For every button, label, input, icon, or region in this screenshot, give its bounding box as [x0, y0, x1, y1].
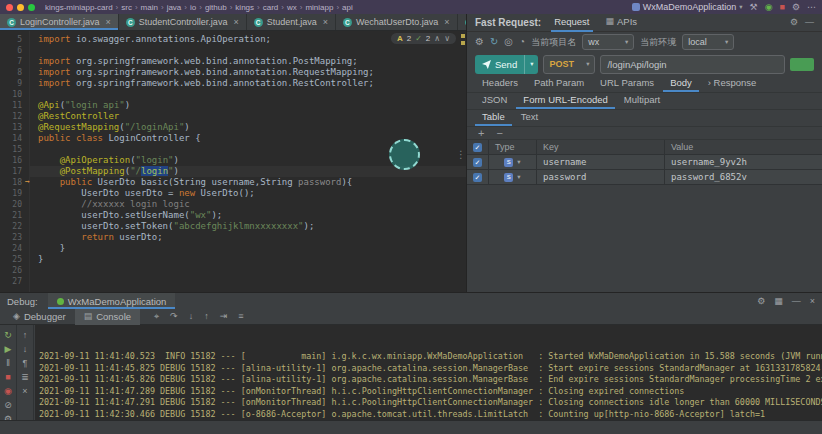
prev-warning-icon[interactable]: ∧	[434, 34, 440, 43]
row-checkbox[interactable]: ✓	[467, 155, 489, 169]
print-icon[interactable]: ≣	[21, 372, 29, 382]
build-hammer-icon[interactable]: ⚒	[750, 3, 758, 12]
key-cell[interactable]: password	[537, 170, 665, 184]
debug-session-tab[interactable]: WxMaDemoApplication	[48, 293, 176, 309]
tab-text[interactable]: Text	[514, 110, 545, 126]
debug-icon[interactable]: ◉	[765, 3, 773, 12]
close-window-button[interactable]	[6, 4, 13, 11]
refresh-icon[interactable]: ↻	[490, 37, 498, 47]
breadcrumb-item[interactable]: src	[121, 3, 132, 12]
breadcrumb-item[interactable]: wx	[287, 3, 297, 12]
resume-icon[interactable]: ▶	[5, 344, 12, 354]
tab-headers[interactable]: Headers	[475, 76, 525, 92]
close-icon[interactable]: ×	[106, 17, 111, 27]
view-breakpoints-icon[interactable]: ◉	[4, 386, 12, 396]
splitter-grip[interactable]: ⋮	[456, 149, 466, 160]
help-icon[interactable]: ◎	[504, 37, 513, 47]
row-checkbox[interactable]: ✓	[467, 170, 489, 184]
step-out-icon[interactable]: ↑	[204, 312, 209, 321]
tab-table[interactable]: Table	[475, 110, 512, 126]
stop-icon[interactable]: ■	[779, 3, 784, 12]
tab-console[interactable]: ▤Console	[75, 309, 140, 325]
remove-row-button[interactable]: −	[496, 127, 502, 139]
collapse-icon[interactable]: —	[805, 18, 814, 27]
bookmark-arrow-icon[interactable]: →	[25, 177, 30, 186]
soft-wrap-icon[interactable]: ¶	[23, 358, 28, 368]
scroll-top-icon[interactable]: ↑	[23, 330, 28, 340]
show-execution-point-icon[interactable]: ⌖	[154, 312, 159, 321]
settings-icon[interactable]: ⚙	[757, 297, 765, 306]
minimize-window-button[interactable]	[17, 4, 24, 11]
breadcrumb-item[interactable]: card	[263, 3, 279, 12]
tab-apis[interactable]: ▦APIs	[603, 14, 641, 32]
file-tab[interactable]: CUserDto.java×	[458, 14, 466, 30]
tab-body[interactable]: Body	[663, 76, 699, 92]
more-icon[interactable]: ⋯	[807, 3, 816, 12]
breadcrumb-item[interactable]: kings-miniapp-card	[45, 3, 113, 12]
console-output[interactable]: 2021-09-11 11:41:40.523 INFO 15182 --- […	[35, 325, 822, 420]
file-tab[interactable]: CStudent.java×	[247, 14, 336, 30]
next-warning-icon[interactable]: ∨	[444, 34, 450, 43]
close-icon[interactable]: ×	[323, 17, 328, 27]
tab-url-params[interactable]: URL Params	[593, 76, 661, 92]
method-select[interactable]: POST ▾	[543, 55, 595, 74]
file-tab[interactable]: CStudentController.java×	[119, 14, 247, 30]
url-input[interactable]: /loginApi/login	[600, 55, 785, 74]
send-button[interactable]: Send ▾	[475, 55, 538, 74]
minimize-icon[interactable]: —	[792, 297, 801, 306]
inspections-widget[interactable]: A 2 ✓ 2 ∧ ∨	[391, 33, 456, 44]
tab-form-url-encoded[interactable]: Form URL-Encoded	[516, 93, 614, 109]
type-select[interactable]: S▾	[489, 170, 537, 184]
breadcrumb-item[interactable]: miniapp	[305, 3, 333, 12]
settings-icon[interactable]: ⚙	[792, 3, 800, 12]
step-into-icon[interactable]: ↓	[189, 312, 194, 321]
layout-icon[interactable]: ▦	[774, 297, 783, 306]
rerun-icon[interactable]: ↻	[4, 330, 12, 340]
type-select[interactable]: S▾	[489, 155, 537, 169]
chevron-down-icon[interactable]: ▾	[525, 60, 538, 68]
value-cell[interactable]: username_9yv2h	[665, 155, 822, 169]
error-stripe-mark[interactable]	[461, 34, 465, 38]
breadcrumb-item[interactable]: main	[141, 3, 158, 12]
tab-path-param[interactable]: Path Param	[527, 76, 591, 92]
breadcrumb-item[interactable]: github	[205, 3, 227, 12]
file-tab[interactable]: CWechatUserDto.java×	[336, 14, 458, 30]
clear-icon[interactable]: ×	[22, 386, 27, 396]
scroll-bottom-icon[interactable]: ↓	[23, 344, 28, 354]
tab-multipart[interactable]: Multipart	[617, 93, 667, 109]
breadcrumb-item[interactable]: kings	[235, 3, 254, 12]
key-cell[interactable]: username	[537, 155, 665, 169]
stop-icon[interactable]: ■	[5, 372, 10, 382]
error-stripe-mark[interactable]	[461, 41, 465, 45]
step-over-icon[interactable]: ↷	[170, 312, 178, 321]
close-icon[interactable]: ×	[233, 17, 238, 27]
tab-debugger[interactable]: ◈Debugger	[4, 309, 75, 325]
value-cell[interactable]: password_6852v	[665, 170, 822, 184]
run-to-cursor-icon[interactable]: ⇥	[220, 312, 228, 321]
mute-breakpoints-icon[interactable]: ⊘	[4, 400, 12, 410]
pause-icon[interactable]: ‖	[6, 358, 10, 368]
breadcrumb-item[interactable]: api	[342, 3, 353, 12]
run-config-select[interactable]: WxMaDemoApplication ▾	[632, 2, 743, 12]
tab-request[interactable]: Request	[551, 14, 592, 32]
breadcrumb-item[interactable]: io	[190, 3, 196, 12]
header-checkbox[interactable]: ✓	[467, 140, 489, 154]
close-icon[interactable]: ×	[810, 297, 815, 306]
settings-icon[interactable]: ⚙	[475, 37, 484, 47]
code-editor[interactable]: import io.swagger.annotations.ApiOperati…	[0, 31, 466, 292]
project-select[interactable]: wx ▾	[582, 34, 634, 50]
file-tab[interactable]: CLoginController.java×	[0, 14, 119, 30]
zoom-window-button[interactable]	[28, 4, 35, 11]
env-select[interactable]: local ▾	[682, 34, 734, 50]
add-row-button[interactable]: +	[478, 127, 484, 139]
table-row[interactable]: ✓S▾passwordpassword_6852v	[467, 170, 822, 185]
tab--response[interactable]: › Response	[701, 76, 764, 92]
evaluate-icon[interactable]: ≡	[238, 312, 243, 321]
history-icon[interactable]: ◔	[519, 37, 525, 47]
tab-json[interactable]: JSON	[475, 93, 514, 109]
close-icon[interactable]: ×	[444, 17, 449, 27]
table-row[interactable]: ✓S▾usernameusername_9yv2h	[467, 155, 822, 170]
settings-icon[interactable]: ⚙	[790, 18, 798, 27]
breadcrumb-item[interactable]: java	[167, 3, 182, 12]
breadcrumb[interactable]: kings-miniapp-card›src›main›java›io›gith…	[45, 3, 353, 12]
